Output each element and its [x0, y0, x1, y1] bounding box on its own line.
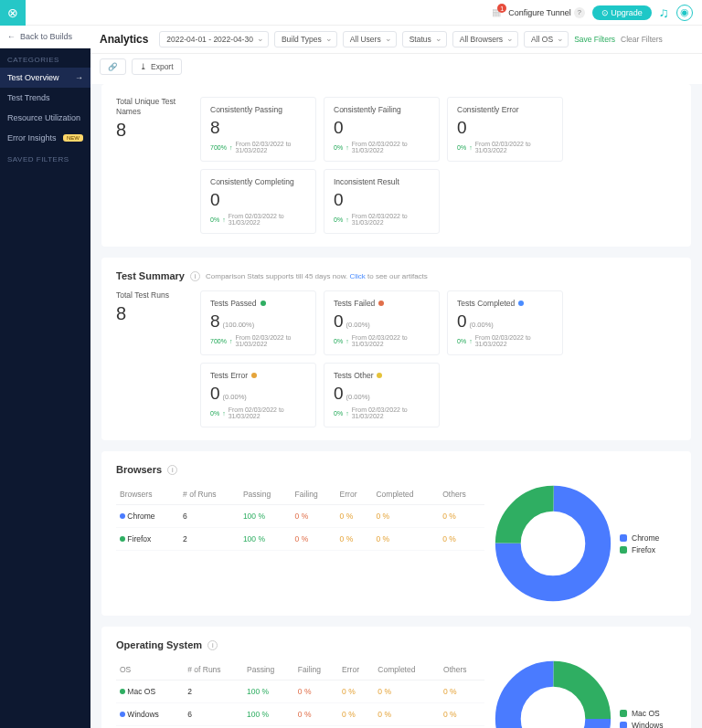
- metric-tile: Tests Completed 0(0.00%) 0%↑From 02/03/2…: [447, 290, 563, 355]
- export-button[interactable]: ⤓Export: [132, 58, 182, 75]
- date-range-select[interactable]: 2022-04-01 - 2022-04-30: [159, 31, 269, 47]
- browsers-donut-chart: [494, 484, 612, 603]
- os-select[interactable]: All OS: [524, 31, 569, 47]
- export-icon: ⤓: [140, 62, 147, 71]
- back-to-builds[interactable]: ←Back to Builds: [0, 26, 90, 48]
- table-row: Chrome 6100 %0 % 0 %0 %0 %: [116, 505, 484, 528]
- sidebar-item-test-trends[interactable]: Test Trends: [0, 88, 90, 108]
- clear-filters-link[interactable]: Clear Filters: [621, 35, 663, 44]
- sidebar-heading-categories: CATEGORIES: [0, 48, 90, 68]
- brand-logo[interactable]: ⊗: [0, 0, 26, 26]
- table-row: Mac OS 2100 %0 % 0 %0 %0 %: [116, 681, 484, 703]
- configure-tunnel-link[interactable]: Configure Tunnel ?: [508, 7, 585, 18]
- build-types-select[interactable]: Build Types: [274, 31, 337, 47]
- overview-card: Total Unique Test Names 8 Consistently P…: [101, 84, 691, 247]
- overview-total-label: Total Unique Test Names: [116, 97, 187, 117]
- users-select[interactable]: All Users: [343, 31, 397, 47]
- info-icon[interactable]: i: [167, 465, 177, 475]
- avatar[interactable]: ◉: [676, 5, 693, 21]
- browsers-title: Browsers: [116, 464, 162, 475]
- save-filters-link[interactable]: Save Filters: [574, 35, 615, 44]
- browsers-card: Browsersi Browsers# of RunsPassingFailin…: [101, 451, 691, 616]
- summary-subtext: Comparison Stats supports till 45 days n…: [206, 272, 428, 280]
- link-icon-button[interactable]: 🔗: [100, 58, 126, 75]
- info-icon[interactable]: i: [190, 271, 200, 281]
- table-row: Firefox 2100 %0 % 0 %0 %0 %: [116, 528, 484, 551]
- table-row: Windows 6100 %0 % 0 %0 %0 %: [116, 703, 484, 726]
- legend-item: Firefox: [620, 545, 659, 554]
- os-donut-chart: [494, 659, 612, 728]
- summary-total-label: Total Test Runs: [116, 290, 187, 301]
- browsers-select[interactable]: All Browsers: [452, 31, 518, 47]
- upgrade-button[interactable]: ⊙ Upgrade: [592, 5, 652, 20]
- page-title: Analytics: [100, 33, 148, 46]
- sidebar-item-error-insights[interactable]: Error InsightsNEW: [0, 128, 90, 148]
- arrow-right-icon: →: [75, 73, 83, 82]
- arrow-left-icon: ←: [7, 32, 16, 41]
- metric-tile: Tests Error 0(0.00%) 0%↑From 02/03/2022 …: [200, 363, 316, 427]
- legend-item: Chrome: [620, 533, 659, 543]
- metric-tile: Tests Failed 0(0.00%) 0%↑From 02/03/2022…: [324, 290, 440, 355]
- summary-click-link[interactable]: Click: [349, 272, 365, 280]
- metric-tile: Consistently Failing 0 0%↑From 02/03/202…: [324, 97, 440, 162]
- legend-item: Windows: [620, 721, 663, 729]
- help-icon[interactable]: ?: [574, 7, 585, 18]
- metric-tile: Consistently Error 0 0%↑From 02/03/2022 …: [447, 97, 563, 162]
- summary-total-value: 8: [116, 303, 187, 324]
- os-title: Operating System: [116, 639, 202, 650]
- sidebar-item-resource-util[interactable]: Resource Utilization: [0, 108, 90, 128]
- browsers-table: Browsers# of RunsPassingFailingErrorComp…: [116, 484, 484, 551]
- summary-title: Test Summary: [116, 270, 185, 281]
- status-select[interactable]: Status: [402, 31, 447, 47]
- metric-tile: Tests Other 0(0.00%) 0%↑From 02/03/2022 …: [324, 363, 440, 427]
- grid-icon[interactable]: ▦1: [492, 6, 501, 18]
- bell-icon[interactable]: ♫: [659, 5, 669, 20]
- metric-tile: Inconsistent Result 0 0%↑From 02/03/2022…: [324, 169, 440, 234]
- legend-item: Mac OS: [620, 709, 663, 718]
- metric-tile: Consistently Completing 0 0%↑From 02/03/…: [200, 169, 316, 234]
- sidebar-heading-saved: SAVED FILTERS: [0, 148, 90, 167]
- notif-badge: 1: [497, 4, 506, 13]
- summary-card: Test Summary i Comparison Stats supports…: [101, 258, 691, 440]
- metric-tile: Tests Passed 8(100.00%) 700%↑From 02/03/…: [200, 290, 316, 355]
- overview-total-value: 8: [116, 120, 187, 141]
- sidebar-item-test-overview[interactable]: Test Overview→: [0, 68, 90, 88]
- link-icon: 🔗: [108, 62, 118, 71]
- metric-tile: Consistently Passing 8 700%↑From 02/03/2…: [200, 97, 316, 162]
- os-card: Operating Systemi OS# of RunsPassingFail…: [101, 627, 691, 728]
- info-icon[interactable]: i: [207, 640, 218, 650]
- new-badge: NEW: [63, 134, 83, 142]
- os-table: OS# of RunsPassingFailingErrorCompletedO…: [116, 659, 484, 726]
